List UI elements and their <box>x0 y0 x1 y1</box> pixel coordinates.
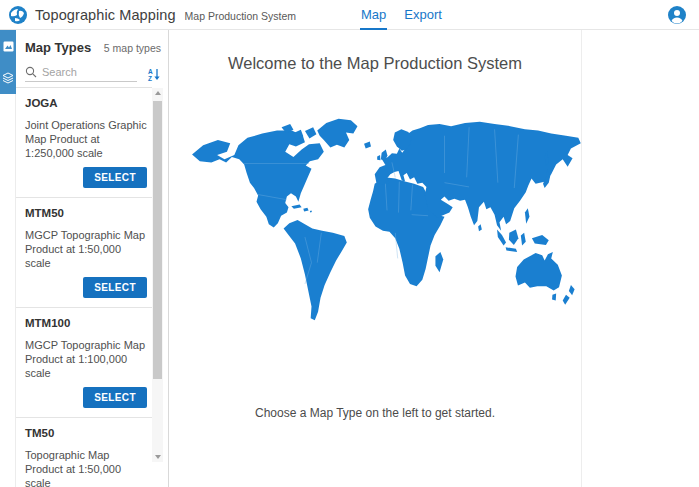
map-type-card: MTM50 MGCP Topographic Map Product at 1:… <box>16 198 152 308</box>
map-types-panel: Map Types 5 map types A Z JOGA Joint Ope… <box>16 30 169 487</box>
search-icon <box>25 66 37 78</box>
scroll-down-arrow[interactable] <box>152 452 163 462</box>
action-bar <box>0 30 16 487</box>
map-product-icon[interactable] <box>0 30 16 62</box>
map-type-list: JOGA Joint Operations Graphic Map Produc… <box>16 87 152 487</box>
sidebar-scrollbar[interactable] <box>152 88 163 462</box>
map-type-description: Joint Operations Graphic Map Product at … <box>25 118 147 160</box>
map-type-name: MTM100 <box>25 317 147 329</box>
layers-icon[interactable] <box>0 62 16 94</box>
search-box <box>25 66 137 82</box>
app-header: Topographic Mapping Map Production Syste… <box>0 0 699 30</box>
tab-export[interactable]: Export <box>403 0 443 30</box>
map-type-description: MGCP Topographic Map Product at 1:50,000… <box>25 228 147 270</box>
world-map <box>190 116 582 324</box>
map-types-count: 5 map types <box>104 42 161 54</box>
tab-map[interactable]: Map <box>360 0 387 30</box>
map-type-name: TM50 <box>25 427 147 439</box>
welcome-panel: Welcome to the Map Production System <box>169 30 582 487</box>
map-type-description: Topographic Map Product at 1:50,000 scal… <box>25 448 147 487</box>
app-subtitle: Map Production System <box>185 8 296 22</box>
map-type-description: MGCP Topographic Map Product at 1:100,00… <box>25 338 147 380</box>
sort-az-icon[interactable]: A Z <box>147 67 161 82</box>
welcome-heading: Welcome to the Map Production System <box>169 54 581 73</box>
map-type-name: MTM50 <box>25 207 147 219</box>
svg-text:Z: Z <box>148 75 152 82</box>
user-account-icon[interactable] <box>667 5 687 25</box>
svg-text:A: A <box>148 67 153 74</box>
map-type-card: MTM100 MGCP Topographic Map Product at 1… <box>16 308 152 418</box>
search-input[interactable] <box>42 66 122 78</box>
select-button[interactable]: SELECT <box>83 167 147 188</box>
panel-title: Map Types <box>25 40 91 55</box>
instruction-text: Choose a Map Type on the left to get sta… <box>169 406 581 420</box>
map-type-card: TM50 Topographic Map Product at 1:50,000… <box>16 418 152 487</box>
app-title: Topographic Mapping <box>35 7 176 23</box>
select-button[interactable]: SELECT <box>83 277 147 298</box>
map-type-card: JOGA Joint Operations Graphic Map Produc… <box>16 88 152 198</box>
globe-logo-icon <box>8 5 28 25</box>
scroll-up-arrow[interactable] <box>152 88 163 98</box>
header-tabs: Map Export <box>360 0 443 30</box>
select-button[interactable]: SELECT <box>83 387 147 408</box>
map-type-name: JOGA <box>25 97 147 109</box>
scrollbar-thumb[interactable] <box>153 101 162 379</box>
brand: Topographic Mapping Map Production Syste… <box>8 0 296 30</box>
